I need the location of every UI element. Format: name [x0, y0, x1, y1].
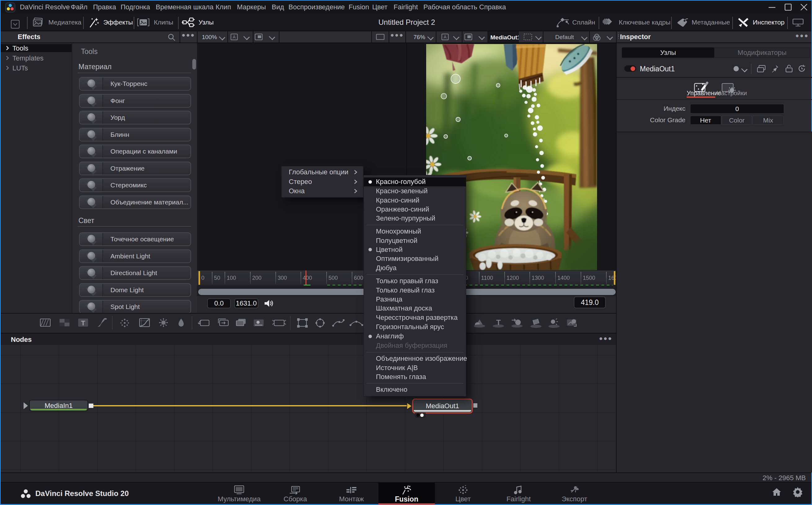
svg-text:A: A [443, 34, 447, 39]
svg-text:A: A [233, 34, 236, 39]
svg-text:T: T [496, 318, 501, 327]
svg-text:T: T [81, 319, 85, 327]
